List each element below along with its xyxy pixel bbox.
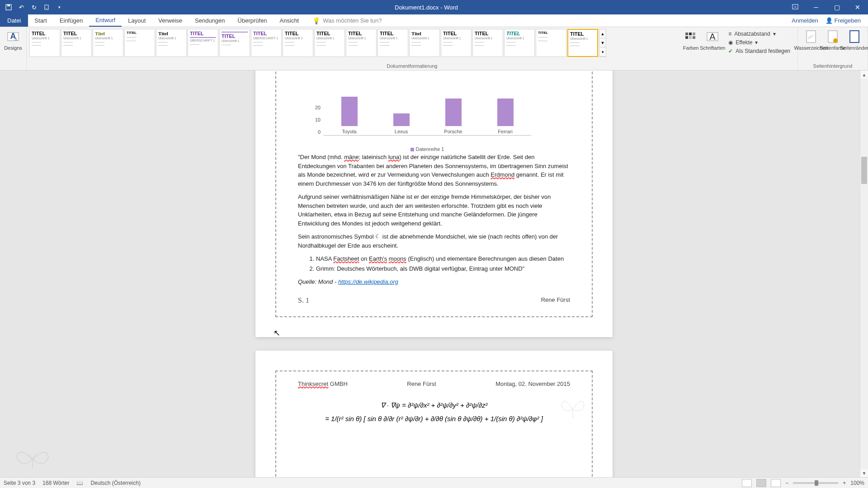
zoom-thumb[interactable] [815,480,818,486]
group-docformat: TITELÜberschrift 1—————— TITELÜberschrif… [27,27,798,70]
style-card[interactable]: TITEL—————— [536,29,566,57]
set-default-button[interactable]: ✓Als Standard festlegen [726,47,792,55]
paragraph-spacing-button[interactable]: ≡Absatzabstand ▾ [726,30,792,38]
svg-rect-10 [693,33,695,35]
page-header: Thinksecret GMBH Rene Fürst Montag, 02. … [298,380,570,387]
list-item: Grimm: Deutsches Wörterbuch, als DWB dig… [316,264,570,273]
tab-start[interactable]: Start [28,14,53,27]
colors-label: Farben [683,45,699,51]
maximize-button[interactable]: ▢ [826,0,847,14]
style-card[interactable]: TitelÜberschrift 1—————— [156,29,187,57]
repeat-button[interactable]: ↻ [28,1,40,13]
status-proofing-icon[interactable]: 📖 [76,480,83,486]
tab-layout[interactable]: Layout [122,14,152,27]
print-layout-button[interactable] [756,479,766,487]
tab-ansicht[interactable]: Ansicht [274,14,306,27]
paragraph-spacing-label: Absatzabstand [734,31,770,37]
undo-button[interactable]: ↶ [15,1,27,13]
svg-point-19 [833,38,838,43]
style-card[interactable]: TitelÜberschrift 1—————— [93,29,123,57]
y-tick: 0 [311,128,321,136]
chart-bars: Toyota Lexus Porsche Ferrari [323,104,531,136]
style-card[interactable]: TITELÜberschrift 1—————— [472,29,503,57]
style-card[interactable]: TITELÜBERSCHRIFT 1—————— [251,29,282,57]
tab-verweise[interactable]: Verweise [152,14,189,27]
share-button[interactable]: 👤 Freigeben [826,17,861,24]
legend-label: Datenreihe 1 [416,146,444,152]
style-card[interactable]: TITELÜberschrift 1——— [219,29,250,57]
tell-me-search[interactable]: 💡Was möchten Sie tun? [312,14,382,27]
gallery-up-icon[interactable]: ▲ [599,29,606,38]
status-page[interactable]: Seite 3 von 3 [4,480,35,486]
tab-einfuegen[interactable]: Einfügen [53,14,89,27]
style-card[interactable]: TITELÜberschrift 1—————— [441,29,472,57]
zoom-slider[interactable] [793,482,838,484]
page-1: 20 10 0 Toyota Lexus Porsche Ferrari Dat… [255,70,613,337]
save-button[interactable] [3,1,14,13]
close-button[interactable]: ✕ [847,0,868,14]
style-gallery[interactable]: TITELÜberschrift 1—————— TITELÜberschrif… [29,28,679,57]
equation: ∇ · ∇ψ = ∂²ψ/∂x² + ∂²ψ/∂y² + ∂²ψ/∂z² = 1… [276,399,592,426]
tab-entwurf[interactable]: Entwurf [89,14,122,27]
paragraph: Aufgrund seiner verhältnismäßigen Nähe i… [298,192,570,228]
ribbon-options-button[interactable] [785,0,806,14]
gallery-more-icon[interactable]: ▾ [599,47,606,56]
style-card[interactable]: TITELÜberschrift 1—————— [504,29,535,57]
style-card[interactable]: TITELÜberschrift 1—————— [61,29,92,57]
bar [393,113,410,126]
scroll-down-icon[interactable]: ▼ [860,469,868,477]
header-date: Montag, 02. November 2015 [495,380,570,387]
tab-ueberpruefen[interactable]: Überprüfen [231,14,274,27]
designs-button[interactable]: Aa Designs [3,28,24,52]
style-card[interactable]: TITELÜberschrift 1—————— [346,29,377,57]
source-link[interactable]: https://de.wikipedia.org [338,278,398,285]
scroll-thumb[interactable] [861,157,867,184]
tab-file[interactable]: Datei [0,14,28,27]
vertical-scrollbar[interactable]: ▲ ▼ [860,70,868,477]
svg-rect-1 [7,5,10,6]
set-default-label: Als Standard festlegen [736,48,790,54]
bar-label: Ferrari [498,128,512,136]
tab-sendungen[interactable]: Sendungen [189,14,231,27]
format-options-stack: ≡Absatzabstand ▾ ◉Effekte ▾ ✓Als Standar… [724,28,795,57]
style-card[interactable]: TITELÜberschrift 1—————— [29,29,60,57]
read-mode-button[interactable] [742,479,752,487]
effects-button[interactable]: ◉Effekte ▾ [726,38,792,47]
gallery-down-icon[interactable]: ▼ [599,38,606,47]
zoom-in-button[interactable]: + [843,480,846,486]
document-canvas[interactable]: 20 10 0 Toyota Lexus Porsche Ferrari Dat… [0,70,868,477]
statusbar: Seite 3 von 3 168 Wörter 📖 Deutsch (Öste… [0,477,868,488]
zoom-level[interactable]: 100% [850,480,864,486]
style-card[interactable]: TITELÜberschrift 1—————— [314,29,345,57]
style-card[interactable]: TITELÜberschrift 1—————— [283,29,313,57]
status-wordcount[interactable]: 168 Wörter [42,480,69,486]
svg-rect-9 [689,33,692,35]
style-card[interactable]: TITEL—————— [124,29,155,57]
legend-swatch [410,148,414,151]
zoom-out-button[interactable]: − [785,480,788,486]
status-language[interactable]: Deutsch (Österreich) [90,480,141,486]
sign-in-link[interactable]: Anmelden [792,17,818,24]
colors-button[interactable]: Farben [680,28,701,52]
fonts-button[interactable]: A Schriftarten [702,28,723,52]
svg-rect-8 [685,33,688,35]
style-card-selected[interactable]: TITELÜberschrift 1—————— [567,29,598,57]
page-border: Thinksecret GMBH Rene Fürst Montag, 02. … [275,371,593,477]
tell-me-placeholder: Was möchten Sie tun? [323,17,382,24]
y-tick: 10 [311,116,321,124]
style-card[interactable]: TitelÜberschrift 1—————— [409,29,440,57]
paragraph: Sein astronomisches Symbol ☾ ist die abn… [298,232,570,250]
scroll-track[interactable] [860,79,868,469]
style-card[interactable]: TITELÜBERSCHRIFT 1——— [188,29,218,57]
gallery-scrollbar[interactable]: ▲▼▾ [599,29,606,57]
minimize-button[interactable]: ─ [806,0,826,14]
style-card[interactable]: TITELÜberschrift 1—————— [377,29,408,57]
watermark-button[interactable]: ABC Wasserzeichen [801,28,821,52]
scroll-up-icon[interactable]: ▲ [860,70,868,79]
pageborders-button[interactable]: Seitenränder [844,28,865,52]
touch-mode-button[interactable] [41,1,52,13]
bar [445,99,462,126]
qat-more-button[interactable]: ▾ [53,1,65,13]
formula-line: ∇ · ∇ψ = ∂²ψ/∂x² + ∂²ψ/∂y² + ∂²ψ/∂z² [276,399,592,412]
web-layout-button[interactable] [771,479,781,487]
